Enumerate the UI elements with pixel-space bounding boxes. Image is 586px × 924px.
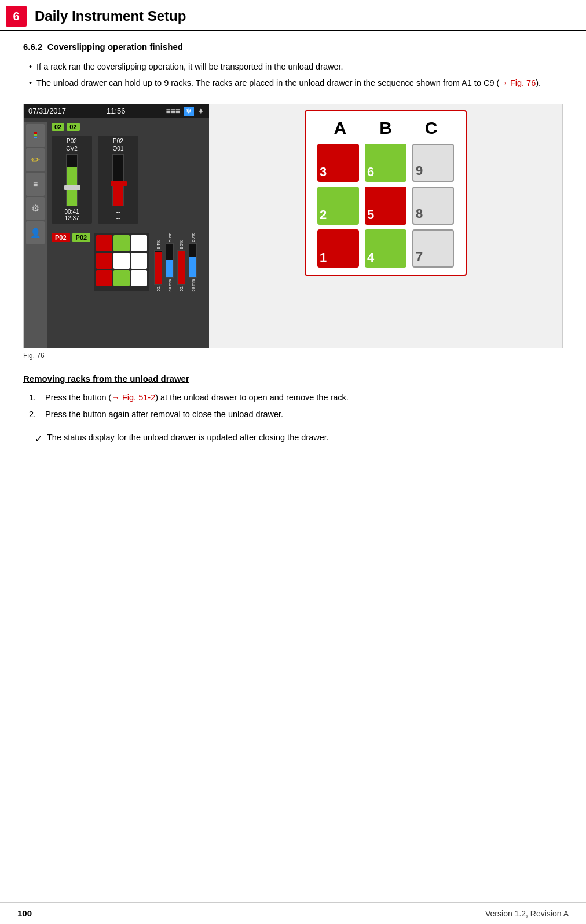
screen-time: 11:56 xyxy=(107,107,126,115)
col-label-B: B xyxy=(365,118,406,138)
screen-header: 07/31/2017 11:56 ≡≡≡ ❄ ✦ xyxy=(24,104,209,118)
reagent-bar-1: 94% X1 xyxy=(153,240,163,291)
sidebar-icon-reagents xyxy=(26,124,45,147)
sidebar-icon-edit: ✏ xyxy=(26,148,45,171)
rack-cell-5 xyxy=(113,253,130,269)
content-area: 6.6.2 Coverslipping operation finished I… xyxy=(0,42,586,481)
rack-cell-9 xyxy=(131,270,147,286)
rack-cell-4 xyxy=(96,253,112,269)
reagent-bar-2: 50% 50 mm xyxy=(164,233,175,291)
sidebar-icon-settings: ⚙ xyxy=(26,197,45,220)
tool-icon: ✦ xyxy=(197,107,204,116)
module-cv2-time: 00:4112:37 xyxy=(64,209,79,221)
check-note-text: The status display for the unload drawer… xyxy=(47,432,329,444)
rack-slot-1: 1 xyxy=(317,229,359,268)
instrument-main: 02 02 P02 CV2 00:4112: xyxy=(47,118,209,344)
bullet-1: If a rack ran the coverslipping operatio… xyxy=(29,61,563,74)
col-label-A: A xyxy=(319,118,361,138)
rack-slot-5: 5 xyxy=(365,187,406,225)
instrument-bottom: P02 P02 xyxy=(52,233,204,291)
screen-date: 07/31/2017 xyxy=(28,107,66,115)
bottom-badge-green: P02 xyxy=(72,233,91,242)
rack-cell-2 xyxy=(113,235,130,251)
rack-slot-2: 2 xyxy=(317,187,359,225)
rack-row-1: 3 6 9 xyxy=(317,144,454,182)
rack-slot-3: 3 xyxy=(317,144,359,182)
module-cv2-label2: CV2 xyxy=(66,145,77,152)
rack-cell-6 xyxy=(131,253,147,269)
page-footer: 100 Version 1.2, Revision A xyxy=(0,902,586,924)
rack-slot-7: 7 xyxy=(412,229,454,268)
module-o01-bar xyxy=(112,154,124,206)
instrument-sidebar: ✏ ≡ ⚙ 👤 xyxy=(24,122,47,348)
bottom-badge-red: P02 xyxy=(52,233,70,242)
version-label: Version 1.2, Revision A xyxy=(485,909,569,918)
step-1: 1. Press the button (→ Fig. 51-2) at the… xyxy=(29,392,563,404)
rack-row-2: 2 5 8 xyxy=(317,187,454,225)
screen-icons: ≡≡≡ ❄ ✦ xyxy=(166,107,204,116)
page-header: 6 Daily Instrument Setup xyxy=(0,0,586,31)
snowflake-icon: ❄ xyxy=(184,107,194,116)
module-cv2: P02 CV2 00:4112:37 xyxy=(52,136,92,224)
module-cv2-bar xyxy=(66,154,78,206)
page-title: Daily Instrument Setup xyxy=(35,8,186,24)
instrument-screen: 07/31/2017 11:56 ≡≡≡ ❄ ✦ ✏ xyxy=(24,104,209,348)
bullet-2: The unload drawer can hold up to 9 racks… xyxy=(29,77,563,90)
sidebar-icon-user: 👤 xyxy=(26,221,45,244)
reagent-bar-4: 60% 50 mm xyxy=(188,233,198,291)
badge-row: 02 02 xyxy=(52,123,204,131)
module-o01: P02 O01 ---- xyxy=(98,136,138,224)
check-note: ✓ The status display for the unload draw… xyxy=(35,432,563,446)
module-o01-label1: P02 xyxy=(113,138,123,144)
bottom-badges: P02 P02 xyxy=(52,233,90,291)
rack-row-3: 1 4 7 xyxy=(317,229,454,268)
subheading-removing: Removing racks from the unload drawer xyxy=(23,374,563,384)
o01-indicator xyxy=(111,181,127,186)
section-heading: 6.6.2 Coverslipping operation finished xyxy=(23,42,563,52)
chapter-badge: 6 xyxy=(6,6,27,27)
check-icon: ✓ xyxy=(35,432,42,446)
cv2-indicator xyxy=(64,185,80,190)
step-2: 2. Press the button again after removal … xyxy=(29,408,563,421)
badge-02-1: 02 xyxy=(52,123,64,131)
step-list: 1. Press the button (→ Fig. 51-2) at the… xyxy=(23,392,563,422)
rack-cell-7 xyxy=(96,270,112,286)
module-o01-time: ---- xyxy=(116,209,120,221)
module-o01-label2: O01 xyxy=(113,145,124,152)
bars-icon: ≡≡≡ xyxy=(166,107,180,116)
figure-76: 07/31/2017 11:56 ≡≡≡ ❄ ✦ ✏ xyxy=(23,104,563,348)
rack-cell-3 xyxy=(131,235,147,251)
o01-fill xyxy=(113,185,123,205)
top-modules: P02 CV2 00:4112:37 P02 O01 xyxy=(52,136,204,224)
module-cv2-label1: P02 xyxy=(67,138,77,144)
rack-slot-8: 8 xyxy=(412,187,454,225)
rack-layout-diagram: A B C 3 6 9 xyxy=(305,110,467,276)
rack-grid-instrument xyxy=(94,233,149,291)
page-number: 100 xyxy=(17,908,32,918)
rack-slot-4: 4 xyxy=(365,229,406,268)
rack-col-labels: A B C xyxy=(317,118,454,138)
rack-cell-8 xyxy=(113,270,130,286)
intro-bullets: If a rack ran the coverslipping operatio… xyxy=(23,61,563,90)
fig-caption: Fig. 76 xyxy=(23,352,563,360)
rack-slot-6: 6 xyxy=(365,144,406,182)
reagent-bar-3: 95% X1 xyxy=(176,240,186,291)
col-label-C: C xyxy=(411,118,452,138)
rack-slot-9: 9 xyxy=(412,144,454,182)
badge-02-2: 02 xyxy=(67,123,79,131)
reagent-bars: 94% X1 50% 50 mm xyxy=(153,233,198,291)
sidebar-icon-list: ≡ xyxy=(26,173,45,196)
rack-cell-1 xyxy=(96,235,112,251)
